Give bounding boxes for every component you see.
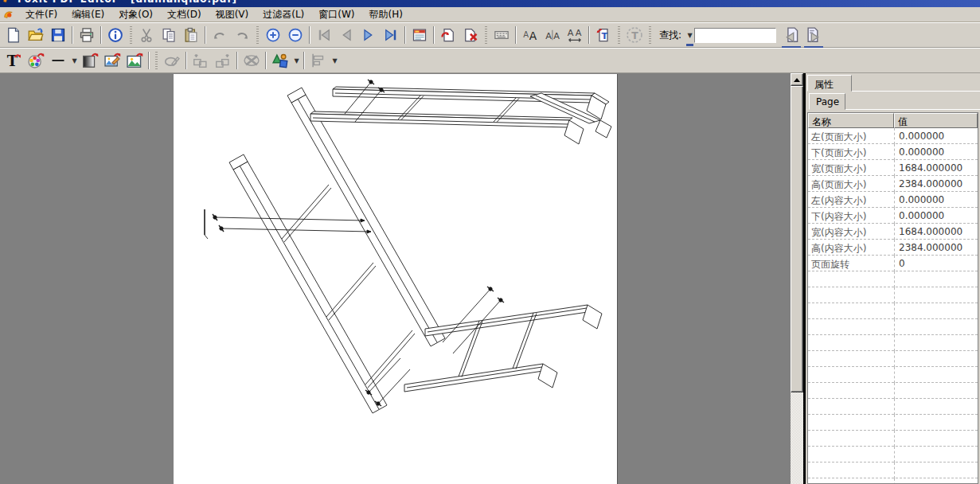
- font-spacing-button[interactable]: AA: [542, 25, 563, 45]
- last-page-button[interactable]: [381, 25, 401, 45]
- property-value[interactable]: 2384.000000: [894, 240, 978, 255]
- property-value[interactable]: 0.000000: [894, 144, 978, 159]
- send-backward-icon: [214, 52, 232, 69]
- menu-item[interactable]: 视图(V): [209, 6, 256, 23]
- line-style-dropdown[interactable]: ▼: [70, 53, 79, 68]
- cut-button[interactable]: [136, 25, 157, 45]
- zoom-in-button[interactable]: [263, 25, 283, 45]
- char-spacing-button[interactable]: AA: [564, 25, 585, 45]
- keyboard-button[interactable]: [491, 25, 512, 45]
- print-button[interactable]: [76, 25, 97, 45]
- toolbar-grip[interactable]: [649, 26, 651, 44]
- column-header-name[interactable]: 名称: [808, 113, 894, 128]
- add-color-button[interactable]: [25, 50, 46, 71]
- redo-button[interactable]: [232, 25, 252, 45]
- properties-rows: 左(页面大小) 0.000000 下(页面大小) 0.000000 宽(页面大小…: [808, 128, 978, 271]
- save-icon: [50, 27, 66, 43]
- copy-button[interactable]: [158, 25, 179, 45]
- edit-object-button[interactable]: [162, 50, 182, 71]
- add-image-button[interactable]: [124, 50, 145, 71]
- save-button[interactable]: [48, 25, 68, 45]
- find-input[interactable]: [694, 28, 776, 43]
- line-style-icon: [50, 53, 66, 68]
- bring-forward-button[interactable]: [190, 50, 211, 71]
- property-value[interactable]: 0.000000: [894, 192, 978, 207]
- send-backward-button[interactable]: [213, 50, 233, 71]
- property-value[interactable]: 0.000000: [894, 128, 978, 143]
- menu-item[interactable]: 帮助(H): [362, 6, 410, 23]
- property-value[interactable]: 2384.000000: [894, 176, 978, 191]
- info-button[interactable]: [105, 25, 126, 45]
- text-tool-button[interactable]: T: [624, 25, 645, 45]
- property-value[interactable]: 0.000000: [894, 208, 978, 223]
- new-document-button[interactable]: [3, 25, 24, 45]
- property-row[interactable]: 高(页面大小) 2384.000000: [808, 176, 978, 192]
- menu-item[interactable]: 文件(F): [18, 6, 64, 23]
- find-dropdown[interactable]: ▼: [685, 27, 694, 43]
- menu-item[interactable]: 过滤器(L): [256, 6, 311, 23]
- scroll-up-button[interactable]: [791, 73, 803, 86]
- toolbar-grip[interactable]: [485, 26, 487, 44]
- line-style-button[interactable]: [48, 50, 68, 71]
- document-canvas[interactable]: [0, 73, 791, 484]
- edit-image-button[interactable]: [102, 50, 123, 71]
- cut-icon: [139, 27, 154, 43]
- toolbar-grip[interactable]: [618, 26, 620, 44]
- font-spacing-icon: AA: [545, 27, 560, 43]
- property-name: 页面旋转: [808, 256, 894, 271]
- first-page-button[interactable]: [314, 25, 334, 45]
- property-value[interactable]: 1684.000000: [894, 160, 978, 175]
- column-header-value[interactable]: 值: [894, 113, 978, 128]
- toolbar-grip[interactable]: [256, 26, 259, 44]
- align-dropdown[interactable]: ▼: [330, 53, 339, 68]
- last-page-icon: [383, 27, 399, 43]
- find-next-button[interactable]: [803, 25, 824, 45]
- toolbar-grip[interactable]: [155, 52, 158, 69]
- shapes-dropdown[interactable]: ▼: [292, 53, 301, 68]
- delete-page-button[interactable]: [460, 25, 481, 45]
- property-value[interactable]: 1684.000000: [894, 224, 978, 239]
- menu-item[interactable]: 窗口(W): [311, 6, 361, 23]
- property-row[interactable]: 左(页面大小) 0.000000: [808, 128, 978, 144]
- page-tab[interactable]: Page: [809, 93, 845, 110]
- property-row[interactable]: 页面旋转 0: [808, 256, 978, 271]
- pdf-page[interactable]: [174, 74, 618, 484]
- document-menu-icon[interactable]: [2, 9, 14, 20]
- next-page-button[interactable]: [358, 25, 379, 45]
- add-shading-button[interactable]: [80, 50, 100, 71]
- insert-text-button[interactable]: T: [593, 25, 614, 45]
- zoom-out-icon: [287, 27, 303, 43]
- menu-item[interactable]: 对象(O): [111, 6, 160, 23]
- property-row[interactable]: 下(页面大小) 0.000000: [808, 144, 978, 160]
- vertical-scrollbar[interactable]: [791, 73, 803, 484]
- page-thumbnails-button[interactable]: [409, 25, 430, 45]
- menu-item[interactable]: 编辑(E): [64, 6, 111, 23]
- menu-bar: 文件(F)编辑(E)对象(O)文档(D)视图(V)过滤器(L)窗口(W)帮助(H…: [0, 7, 980, 22]
- insert-page-button[interactable]: [438, 25, 459, 45]
- keyboard-icon: [494, 27, 510, 43]
- undo-button[interactable]: [209, 25, 230, 45]
- copy-icon: [161, 27, 177, 43]
- properties-tab[interactable]: 属性: [807, 75, 852, 92]
- property-row[interactable]: 左(内容大小) 0.000000: [808, 192, 978, 208]
- toolbar-grip[interactable]: [130, 26, 132, 44]
- scrollbar-thumb[interactable]: [791, 86, 803, 392]
- prev-page-button[interactable]: [336, 25, 357, 45]
- undo-icon: [212, 27, 228, 43]
- align-button[interactable]: [308, 50, 329, 71]
- property-row[interactable]: 下(内容大小) 0.000000: [808, 208, 978, 224]
- property-row[interactable]: 宽(内容大小) 1684.000000: [808, 224, 978, 240]
- property-row[interactable]: 宽(页面大小) 1684.000000: [808, 160, 978, 176]
- property-row[interactable]: 高(内容大小) 2384.000000: [808, 240, 978, 256]
- menu-item[interactable]: 文档(D): [160, 6, 209, 23]
- add-text-button[interactable]: T: [3, 50, 24, 71]
- paste-button[interactable]: [181, 25, 201, 45]
- replace-font-button[interactable]: AA: [520, 25, 541, 45]
- zoom-out-button[interactable]: [285, 25, 306, 45]
- delete-object-button[interactable]: [241, 50, 262, 71]
- delete-object-icon: [243, 52, 260, 69]
- find-previous-button[interactable]: [781, 25, 802, 45]
- property-value[interactable]: 0: [894, 256, 978, 271]
- open-file-button[interactable]: [25, 25, 46, 45]
- shapes-button[interactable]: [270, 50, 291, 71]
